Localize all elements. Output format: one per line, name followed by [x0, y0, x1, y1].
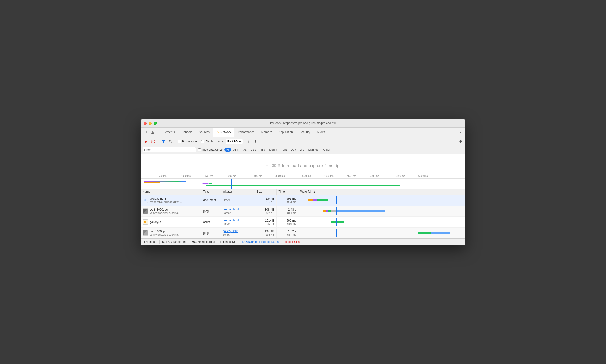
network-table-container: Name Type Initiator Size Time — [141, 189, 465, 238]
cell-type-4: jpeg — [201, 227, 221, 238]
tab-console[interactable]: Console — [178, 128, 196, 137]
sort-arrow-icon: ▲ — [313, 191, 316, 193]
maximize-button[interactable] — [154, 122, 157, 125]
tab-icons — [143, 130, 157, 135]
tick-6000: 6000 ms — [418, 175, 428, 177]
filter-type-all[interactable]: All — [224, 148, 231, 152]
device-toolbar-icon[interactable] — [149, 130, 155, 135]
filter-input[interactable] — [143, 147, 196, 152]
clear-button[interactable]: 🚫 — [150, 138, 156, 145]
status-divider-2 — [189, 240, 189, 244]
tick-5500: 5500 ms — [395, 175, 405, 177]
col-type[interactable]: Type — [201, 189, 221, 195]
svg-point-3 — [170, 140, 171, 142]
cell-size-4: 194 KB 193 KB — [254, 227, 276, 238]
status-load: Load: 1.61 s — [284, 240, 300, 244]
wf-cursor-4 — [336, 229, 337, 237]
warning-icon: ⚠ — [216, 130, 219, 134]
filter-type-other[interactable]: Other — [321, 148, 332, 152]
cell-time-3: 566 ms 565 ms — [276, 216, 298, 227]
cell-name-1: </> preload.html responsive-preload.glit… — [141, 195, 201, 206]
status-requests: 4 requests — [144, 240, 157, 244]
wf-cursor-1 — [336, 196, 337, 204]
filter-type-doc[interactable]: Doc — [289, 148, 297, 152]
disable-cache-checkbox[interactable]: Disable cache — [201, 140, 224, 143]
wf-dns-1 — [313, 199, 316, 201]
tab-elements[interactable]: Elements — [159, 128, 178, 137]
devtools-window: DevTools - responsive-preload.glitch.me/… — [141, 119, 465, 245]
title-bar: DevTools - responsive-preload.glitch.me/… — [141, 119, 465, 128]
more-tabs-button[interactable]: ⋮ — [458, 130, 463, 135]
cell-type-3: script — [201, 216, 221, 227]
cell-initiator-2: preload.html Parser — [221, 206, 254, 216]
tab-security[interactable]: Security — [296, 128, 313, 137]
record-button[interactable]: ⏺ — [143, 138, 149, 145]
inspect-element-icon[interactable] — [143, 130, 148, 135]
tab-memory[interactable]: Memory — [258, 128, 275, 137]
wf-stall-1 — [308, 199, 313, 201]
hide-data-urls-input[interactable] — [198, 148, 201, 152]
devtools-body: Elements Console Sources ⚠ Network Perfo… — [141, 128, 465, 245]
cell-type-1: document — [201, 195, 221, 206]
preserve-log-checkbox[interactable]: Preserve log — [178, 140, 198, 143]
tl-bar-4 — [209, 183, 212, 184]
cell-name-2: wolf_1600.jpg yoavweiss.github.io/ima... — [141, 206, 201, 216]
filter-type-xhr[interactable]: XHR — [232, 148, 241, 152]
col-time[interactable]: Time — [276, 189, 298, 195]
svg-rect-2 — [153, 132, 154, 133]
col-initiator[interactable]: Initiator — [221, 189, 254, 195]
tab-performance[interactable]: Performance — [234, 128, 258, 137]
table-row[interactable]: </> preload.html responsive-preload.glit… — [141, 195, 465, 206]
export-button[interactable]: ⬇ — [252, 138, 259, 145]
hide-data-urls-checkbox[interactable]: Hide data URLs — [198, 148, 223, 152]
tick-1000: 1000 ms — [181, 175, 191, 177]
tab-audits[interactable]: Audits — [313, 128, 328, 137]
status-divider-3 — [217, 240, 217, 244]
cell-time-4: 1.62 s 567 ms — [276, 227, 298, 238]
close-button[interactable] — [144, 122, 147, 125]
filter-type-img[interactable]: Img — [259, 148, 267, 152]
tab-sources[interactable]: Sources — [196, 128, 213, 137]
search-button[interactable] — [168, 138, 174, 145]
table-row[interactable]: cat_1600.jpg yoavweiss.github.io/ima... … — [141, 227, 465, 238]
tab-application[interactable]: Application — [275, 128, 296, 137]
throttle-select[interactable]: Fast 3G ▼ — [226, 139, 243, 144]
settings-button[interactable]: ⚙ — [457, 138, 463, 145]
status-resources: 503 KB resources — [192, 240, 215, 244]
status-dom-content-loaded: DOMContentLoaded: 1.60 s — [242, 240, 278, 244]
filter-type-js[interactable]: JS — [241, 148, 248, 152]
filter-type-ws[interactable]: WS — [298, 148, 306, 152]
toolbar-divider-2 — [176, 139, 176, 144]
minimize-button[interactable] — [149, 122, 152, 125]
table-row[interactable]: JS gallery.js script preload.html Parse — [141, 216, 465, 227]
tl-bar-3 — [202, 183, 209, 184]
filter-type-font[interactable]: Font — [279, 148, 289, 152]
filter-type-css[interactable]: CSS — [249, 148, 258, 152]
import-export: ⬆ ⬇ — [245, 138, 259, 145]
cell-size-2: 308 KB 307 KB — [254, 206, 276, 216]
wf-green-4 — [418, 232, 431, 234]
svg-rect-1 — [151, 131, 153, 133]
tick-1500: 1500 ms — [204, 175, 213, 177]
col-size[interactable]: Size — [254, 189, 276, 195]
wf-dns-2 — [326, 210, 328, 212]
table-row[interactable]: wolf_1600.jpg yoavweiss.github.io/ima...… — [141, 206, 465, 216]
col-waterfall[interactable]: Waterfall ▲ — [298, 189, 465, 195]
status-divider-1 — [159, 240, 160, 244]
cell-size-3: 1014 B 827 B — [254, 216, 276, 227]
filter-type-manifest[interactable]: Manifest — [307, 148, 321, 152]
preserve-log-input[interactable] — [178, 140, 181, 143]
import-button[interactable]: ⬆ — [245, 138, 251, 145]
filmstrip-area: Hit ⌘ R to reload and capture filmstrip. — [141, 154, 465, 173]
tab-bar: Elements Console Sources ⚠ Network Perfo… — [141, 128, 465, 137]
col-name[interactable]: Name — [141, 189, 201, 195]
network-table: Name Type Initiator Size Time — [141, 189, 465, 238]
wf-stall-2 — [323, 210, 326, 212]
wf-receive-4 — [431, 232, 450, 234]
disable-cache-input[interactable] — [201, 140, 204, 143]
chevron-down-icon: ▼ — [238, 140, 241, 143]
filter-button[interactable] — [160, 138, 167, 145]
tab-network[interactable]: ⚠ Network — [213, 128, 234, 137]
status-divider-4 — [240, 240, 240, 244]
filter-type-media[interactable]: Media — [267, 148, 279, 152]
